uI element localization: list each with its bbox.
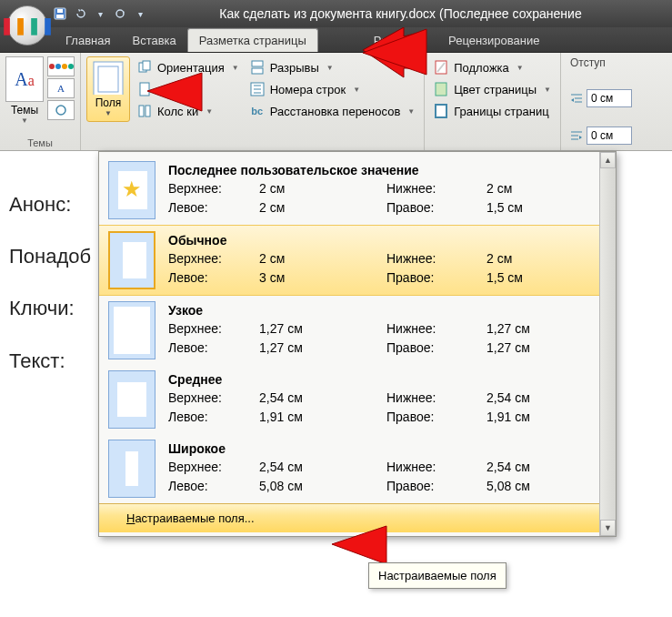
quick-access-toolbar: ▾ ▾	[53, 6, 147, 21]
hyphenation-icon: bc	[250, 104, 265, 118]
star-icon: ★	[122, 177, 142, 202]
tab-page-layout[interactable]: Разметка страницы	[187, 28, 318, 52]
chevron-down-icon: ▼	[353, 86, 360, 94]
margin-preset-icon	[108, 440, 155, 498]
svg-rect-1	[56, 15, 64, 18]
indent-left-icon	[570, 92, 583, 105]
chevron-down-icon: ▼	[326, 64, 334, 72]
preset-title: Широкое	[168, 441, 590, 456]
hyphenation-button[interactable]: bc Расстановка переносов▼	[246, 102, 418, 120]
page-color-icon	[434, 82, 448, 96]
margins-icon	[93, 61, 124, 95]
svg-rect-2	[57, 9, 63, 13]
margin-preset-2[interactable]: УзкоеВерхнее:1,27 смНижнее:1,27 смЛевое:…	[99, 296, 599, 365]
scrollbar[interactable]: ▲ ▼	[599, 152, 616, 536]
page-borders-button[interactable]: Границы страниц	[430, 102, 555, 120]
themes-label: Темы	[5, 104, 44, 116]
preset-title: Среднее	[168, 372, 590, 387]
repeat-icon[interactable]	[113, 6, 127, 21]
page-color-button[interactable]: Цвет страницы▼	[430, 80, 555, 98]
group-label-themes: Темы	[5, 136, 75, 148]
group-page-background: Подложка▼ Цвет страницы▼ Границы страниц	[425, 53, 561, 150]
margin-preset-4[interactable]: ШирокоеВерхнее:2,54 смНижнее:2,54 смЛево…	[99, 434, 599, 503]
undo-icon[interactable]	[73, 6, 87, 21]
annotation-arrow-icon	[143, 71, 206, 116]
preset-title: Узкое	[168, 303, 590, 318]
margin-preset-1[interactable]: ОбычноеВерхнее:2 смНижнее:2 смЛевое:3 см…	[99, 225, 599, 296]
chevron-down-icon: ▼	[206, 107, 213, 116]
margins-dropdown: ★Последнее пользовательское значениеВерх…	[98, 151, 617, 537]
indent-left-input[interactable]	[587, 89, 632, 107]
group-themes: Aa Темы ▼ A Темы	[0, 53, 81, 150]
svg-rect-8	[143, 61, 150, 70]
indent-right-input[interactable]	[587, 126, 632, 145]
chevron-down-icon: ▼	[544, 86, 551, 94]
tab-review[interactable]: Рецензирование	[437, 29, 550, 52]
svg-rect-21	[436, 105, 446, 117]
indent-label: Отступ	[570, 56, 632, 69]
redo-icon[interactable]: ▾	[93, 6, 107, 21]
scroll-down-icon[interactable]: ▼	[600, 520, 616, 536]
margin-preset-icon	[108, 370, 155, 429]
group-indent: Отступ	[561, 53, 637, 150]
margin-preset-0[interactable]: ★Последнее пользовательское значениеВерх…	[99, 156, 599, 225]
margins-button[interactable]: Поля ▼	[86, 56, 130, 122]
window-title: Как сделать из документа книгу.docx (Пос…	[165, 6, 672, 21]
svg-rect-13	[252, 68, 263, 74]
margin-preset-icon: ★	[108, 161, 155, 219]
chevron-down-icon[interactable]: ▼	[5, 116, 44, 125]
preset-title: Последнее пользовательское значение	[168, 163, 590, 177]
tab-home[interactable]: Главная	[55, 29, 121, 52]
theme-effects-button[interactable]	[47, 100, 75, 120]
margins-label: Поля	[95, 96, 122, 109]
tooltip: Настраиваемые поля	[368, 562, 507, 589]
chevron-down-icon: ▼	[517, 64, 524, 72]
line-numbers-button[interactable]: Номера строк▼	[246, 80, 418, 98]
line-numbers-icon	[250, 82, 265, 96]
page-borders-icon	[434, 104, 448, 118]
qat-customize-icon[interactable]: ▾	[133, 6, 147, 21]
theme-colors-button[interactable]	[47, 56, 75, 76]
theme-fonts-button[interactable]: A	[47, 78, 75, 98]
watermark-icon	[434, 60, 448, 75]
ribbon: Aa Темы ▼ A Темы Поля ▼	[0, 53, 672, 151]
svg-point-4	[56, 106, 65, 115]
svg-point-3	[116, 10, 124, 17]
indent-right-icon	[570, 129, 583, 142]
margin-preset-3[interactable]: СреднееВерхнее:2,54 смНижнее:2,54 смЛево…	[99, 365, 599, 434]
watermark-button[interactable]: Подложка▼	[430, 58, 555, 76]
scroll-up-icon[interactable]: ▲	[600, 152, 616, 168]
svg-rect-20	[436, 83, 446, 96]
tab-insert[interactable]: Вставка	[121, 29, 186, 52]
preset-title: Обычное	[168, 233, 590, 248]
ribbon-tabs: Главная Вставка Разметка страницы ки Рас…	[0, 27, 672, 53]
save-icon[interactable]	[53, 6, 67, 21]
chevron-down-icon: ▼	[105, 109, 112, 117]
title-bar: ❚❚❚❚ ▾ ▾ Как сделать из документа книгу.…	[0, 0, 672, 27]
themes-gallery[interactable]: Aa	[5, 56, 44, 102]
office-button[interactable]: ❚❚❚❚	[7, 5, 47, 46]
breaks-icon	[250, 60, 265, 75]
annotation-arrow-icon	[358, 27, 431, 82]
margin-preset-icon	[108, 301, 155, 359]
svg-rect-12	[252, 61, 263, 66]
chevron-down-icon: ▼	[232, 64, 239, 72]
margin-preset-icon	[108, 231, 155, 289]
chevron-down-icon: ▼	[407, 107, 415, 116]
